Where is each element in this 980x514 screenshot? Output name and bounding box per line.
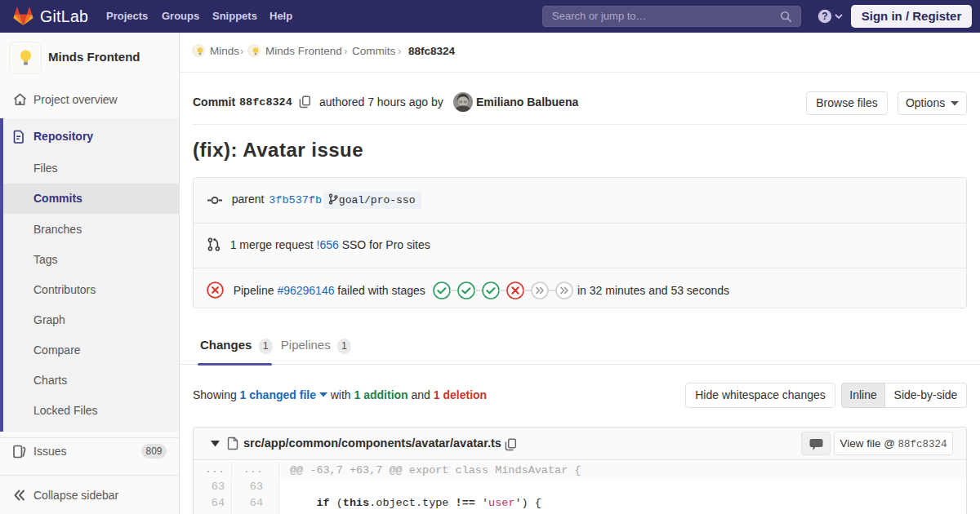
svg-text:?: ? xyxy=(822,11,827,22)
